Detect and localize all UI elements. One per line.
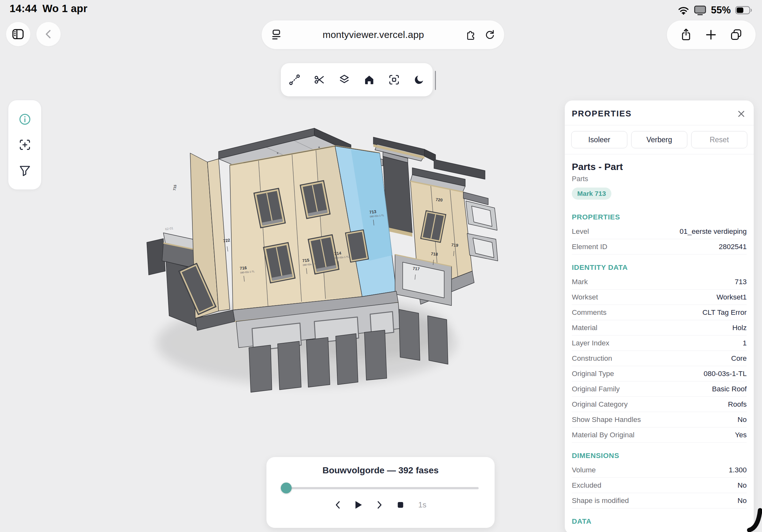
properties-panel: PROPERTIES Isoleer Verberg Reset Parts -… (565, 100, 754, 532)
selected-part-summary: Parts - Part Parts Mark 713 (565, 154, 754, 204)
property-row: Material Holz (572, 320, 747, 336)
url-text[interactable]: montyviewer.vercel.app (282, 29, 465, 40)
battery-icon (735, 6, 752, 14)
property-row: Excluded No (572, 478, 747, 493)
toolbar-scroll-indicator (435, 71, 436, 90)
status-icons: 55% (678, 4, 752, 16)
screen-mirroring-icon (694, 5, 707, 15)
part-subtitle: Parts (572, 175, 747, 183)
section-heading-dimensions: DIMENSIONS (572, 452, 747, 460)
part-label: 715 (172, 184, 177, 191)
new-tab-icon[interactable] (705, 29, 717, 40)
part-label: 715 (302, 258, 310, 263)
part-label: 720 (435, 197, 443, 203)
property-row: Material By Original Yes (572, 428, 747, 443)
section-heading-identity-data: IDENTITY DATA (572, 263, 747, 272)
property-row: Shape is modified No (572, 493, 747, 508)
focus-select-icon[interactable] (18, 138, 32, 152)
mark-badge: Mark 713 (572, 187, 611, 200)
part-label: 714 (334, 251, 342, 256)
url-bar[interactable]: montyviewer.vercel.app (262, 21, 504, 49)
loading-spinner-arc (724, 494, 762, 532)
section-cut-icon[interactable] (313, 74, 326, 86)
tabs-icon[interactable] (730, 29, 742, 41)
page-settings-icon[interactable] (270, 29, 282, 41)
property-row: Workset Workset1 (572, 290, 747, 305)
property-row: Original Type 080-03s-1-TL (572, 366, 747, 381)
hide-button[interactable]: Verberg (631, 131, 687, 148)
property-row: Original Category Roofs (572, 397, 747, 412)
isolate-button[interactable]: Isoleer (571, 131, 627, 148)
model-3d-view[interactable]: 713 080-03s-1-TL 714 080-03s-1-TL 715 08… (128, 105, 504, 399)
wifi-icon (678, 6, 689, 15)
section-heading-data: DATA (572, 517, 747, 526)
player-title: Bouwvolgorde — 392 fases (267, 465, 495, 476)
section-heading-properties: PROPERTIES (572, 213, 747, 221)
part-label: 717 (413, 266, 420, 271)
part-label: 718 (431, 251, 438, 257)
measure-icon[interactable] (288, 74, 301, 86)
property-row: Construction Core (572, 351, 747, 366)
status-time: 14:44 (10, 3, 37, 15)
browser-actions (667, 21, 756, 49)
stop-icon[interactable] (397, 501, 404, 508)
property-row: Layer Index 1 (572, 336, 747, 351)
part-label: 722 (223, 237, 230, 243)
home-icon[interactable] (363, 74, 375, 86)
back-button[interactable] (37, 22, 61, 46)
reload-icon[interactable] (484, 29, 495, 41)
property-row: Level 01_eerste verdieping (572, 224, 747, 239)
info-icon[interactable] (18, 112, 32, 126)
properties-panel-title: PROPERTIES (572, 109, 632, 119)
property-row: Mark 713 (572, 274, 747, 290)
close-icon[interactable] (736, 109, 746, 119)
left-tool-panel (8, 100, 41, 190)
play-icon[interactable] (355, 501, 362, 509)
property-row: Comments CLT Tag Error (572, 305, 747, 320)
part-label: 62-01 (165, 226, 174, 231)
player-controls: 1s (267, 500, 495, 509)
fit-view-icon[interactable] (388, 74, 400, 86)
slider-track[interactable] (281, 487, 479, 489)
sidebar-button[interactable] (6, 22, 30, 46)
property-row: Original Family Basic Roof (572, 381, 747, 397)
part-title: Parts - Part (572, 162, 747, 172)
properties-actions: Isoleer Verberg Reset (565, 125, 754, 154)
extensions-icon[interactable] (465, 29, 477, 41)
share-icon[interactable] (680, 28, 692, 41)
slider-thumb[interactable] (281, 483, 292, 494)
status-date: Wo 1 apr (42, 3, 87, 15)
previous-icon[interactable] (335, 500, 341, 509)
layers-icon[interactable] (338, 74, 350, 86)
part-label: 716 (240, 265, 247, 271)
property-row: Element ID 2802541 (572, 239, 747, 254)
next-icon[interactable] (377, 500, 383, 509)
property-row: Volume 1.300 (572, 462, 747, 478)
part-label: 719 (451, 242, 459, 248)
reset-button[interactable]: Reset (691, 131, 747, 148)
back-chevron-icon (43, 28, 54, 40)
viewer-toolbar (281, 63, 433, 96)
speed-label[interactable]: 1s (418, 500, 426, 509)
battery-percent: 55% (711, 4, 731, 16)
sidebar-icon (12, 28, 25, 40)
part-label: 713 (369, 209, 377, 215)
properties-list: PROPERTIES Level 01_eerste verdieping El… (565, 213, 754, 526)
build-sequence-player: Bouwvolgorde — 392 fases 1s (267, 457, 495, 528)
filter-icon[interactable] (18, 164, 32, 177)
dark-mode-icon[interactable] (413, 74, 425, 86)
property-row: Show Shape Handles No (572, 412, 747, 428)
phase-slider[interactable] (281, 483, 480, 494)
